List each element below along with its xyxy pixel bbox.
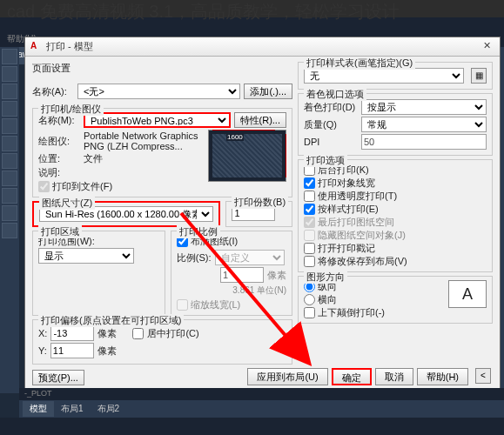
opt-save-checkbox[interactable] [304,256,315,267]
x-input[interactable] [50,325,94,341]
shaded-viewport-title: 着色视口选项 [304,88,366,101]
print-to-file-label: 打印到文件(F) [52,180,112,193]
opt-paperspace-last-checkbox [304,217,315,228]
center-checkbox[interactable] [132,328,144,339]
left-toolbar [0,47,19,393]
scale-unit-label: 像素 [267,269,286,282]
opt-style-checkbox[interactable] [304,204,315,215]
tool-icon[interactable] [2,223,17,238]
orientation-group: 图形方向 纵向 横向 上下颠倒打印(-) A [298,276,493,324]
layout2-tab[interactable]: 布局2 [91,401,127,417]
location-label: 位置: [38,152,80,165]
scale-label: 比例(S): [177,251,212,264]
tool-icon[interactable] [2,84,17,99]
autocad-icon: A [30,41,43,53]
quality-select[interactable]: 常规 [361,117,487,132]
dialog-titlebar: A 打印 - 模型 ✕ [25,37,500,57]
landscape-label: 横向 [318,293,337,306]
y-label: Y: [38,345,47,356]
plot-style-group: 打印样式表(画笔指定)(G) 无▦ [298,62,493,90]
cancel-button[interactable]: 取消 [375,368,413,385]
dpi-input [361,134,487,150]
x-unit: 像素 [97,327,117,340]
dialog-title-text: 打印 - 模型 [46,40,93,53]
page-name-select[interactable]: <无> [77,84,240,99]
add-page-button[interactable]: 添加(.)... [244,84,292,99]
printer-info: 绘图仪:Portable Network Graphics PNG (LZH C… [38,130,203,193]
preview-button[interactable]: 预览(P)... [32,370,84,385]
opt-stamp-label: 打开打印戳记 [318,242,375,255]
y-unit: 像素 [97,345,117,358]
landscape-radio[interactable] [304,294,315,305]
printer-group-title: 打印机/绘图仪 [38,103,104,116]
style-edit-icon[interactable]: ▦ [471,68,487,84]
scale-select: 自定义 [215,250,285,265]
page-name-label: 名称(A): [32,85,74,98]
upside-checkbox[interactable] [304,307,315,318]
tool-icon[interactable] [2,49,17,64]
tool-icon[interactable] [2,153,17,169]
apply-layout-button[interactable]: 应用到布局(U) [247,368,327,385]
y-input[interactable] [50,343,94,358]
layout-tabs: 模型 布局1 布局2 [19,400,504,418]
range-scale-row: 打印区域 打印范围(W): 显示 打印比例 布满图纸(I) 比例(S):自定义 … [32,231,292,316]
shade-select[interactable]: 按显示 [361,99,487,115]
model-tab[interactable]: 模型 [23,401,54,417]
opt-save-label: 将修改保存到布局(V) [318,255,407,268]
tool-icon[interactable] [2,118,17,134]
tool-icon[interactable] [2,101,17,117]
command-line[interactable]: -_PLOT [19,388,504,400]
opt-hide-paperspace-checkbox [304,230,315,241]
opt-stamp-checkbox[interactable] [304,243,315,254]
opt-transparency-checkbox[interactable] [304,191,315,202]
center-label: 居中打印(C) [147,327,198,340]
copies-group: 打印份数(B) [225,201,292,227]
page-setup-area: 页面设置 [32,62,292,75]
printer-props-button[interactable]: 特性(R)... [234,112,286,128]
plot-offset-group: 打印偏移(原点设置在可打印区域) X: 像素 居中打印(C) Y: 像素 [32,319,292,365]
layout1-tab[interactable]: 布局1 [54,401,91,417]
quality-label: 质量(Q) [304,118,358,131]
paper-size-group: 图纸尺寸(Z) Sun Hi-Res (1600.00 x 1280.00 像素… [32,201,220,227]
preview-dimension: 1600 [226,133,244,141]
plot-options-title: 打印选项 [304,154,347,167]
plot-offset-title: 打印偏移(原点设置在可打印区域) [38,314,184,327]
location-value: 文件 [84,152,103,165]
help-button[interactable]: 帮助(H) [417,368,468,385]
tool-icon[interactable] [2,136,17,151]
lineweight-checkbox [177,299,188,311]
plot-area-title: 打印区域 [38,225,82,238]
opt-lineweight-checkbox[interactable] [304,177,315,189]
printer-name-select[interactable]: PublishToWeb PNG.pc3 [84,112,231,128]
orientation-preview: A [448,280,487,308]
opt-hide-paperspace-label: 隐藏图纸空间对象(J) [318,229,406,242]
status-bar [0,418,504,435]
dpi-label: DPI [304,137,358,147]
plot-area-group: 打印区域 打印范围(W): 显示 [32,231,165,316]
collapse-icon[interactable]: < [475,368,491,384]
shade-label: 着色打印(D) [304,101,358,114]
dialog-body: 页面设置 名称(A): <无> 添加(.)... 打印机/绘图仪 名称(M): … [25,57,500,391]
ok-button[interactable]: 确定 [332,368,372,385]
plot-style-select[interactable]: 无 [304,68,464,84]
tool-icon[interactable] [2,66,17,82]
desc-label: 说明: [38,166,80,179]
plot-style-title: 打印样式表(画笔指定)(G) [304,57,415,70]
print-to-file-checkbox [38,181,50,192]
orientation-title: 图形方向 [304,271,347,284]
x-label: X: [38,328,47,338]
lineweight-label: 缩放线宽(L) [191,298,240,311]
close-icon[interactable]: ✕ [479,40,494,54]
plot-what-select[interactable]: 显示 [38,248,134,264]
printer-group: 打印机/绘图仪 名称(M): PublishToWeb PNG.pc3 特性(R… [32,108,292,197]
left-column: 页面设置 名称(A): <无> 添加(.)... 打印机/绘图仪 名称(M): … [32,62,292,387]
tool-icon[interactable] [2,205,17,221]
tool-icon[interactable] [2,188,17,204]
upside-label: 上下颠倒打印(-) [318,306,385,319]
plot-scale-group: 打印比例 布满图纸(I) 比例(S):自定义 像素 3.861 单位(N) 缩放… [171,231,292,316]
tool-icon[interactable] [2,171,17,186]
scale-unit2: 3.861 单位(N) [232,284,286,297]
page-setup-label: 页面设置 [32,62,71,75]
paper-preview: 1600 [208,130,286,182]
opt-paperspace-last-label: 最后打印图纸空间 [318,216,394,229]
